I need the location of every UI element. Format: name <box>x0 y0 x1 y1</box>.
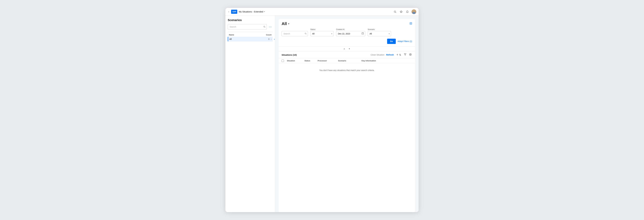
export-button[interactable] <box>410 22 412 26</box>
filter-row: Status: All Open Closed In Progress ▾ <box>282 29 412 44</box>
content-header-row: All ▾ <box>282 21 412 26</box>
header-left: ‹ SAP My Situations - Extended ▾ <box>228 10 392 14</box>
close-situation-button[interactable]: Close Situation <box>370 54 384 56</box>
sidebar-row-wrap: All 0 › › <box>228 37 273 42</box>
avatar[interactable] <box>412 9 416 14</box>
refresh-button[interactable]: Refresh <box>386 54 394 56</box>
filter-created-at-label: Created At: <box>336 29 365 31</box>
content-top: All ▾ <box>279 19 415 47</box>
bell-button[interactable] <box>406 10 409 14</box>
sidebar: Scenarios ⋯ Name Count All 0 <box>226 16 275 212</box>
settings-table-button[interactable] <box>409 53 412 57</box>
table-title: Situations (10) <box>282 54 369 56</box>
app-title[interactable]: My Situations - Extended ▾ <box>239 11 265 13</box>
sort-button[interactable]: ⇅ <box>396 53 402 57</box>
svg-line-7 <box>306 34 306 34</box>
filter-table-button[interactable] <box>404 53 407 57</box>
filter-search-icon <box>304 33 306 35</box>
sidebar-row-chevron-icon: › <box>271 38 272 40</box>
svg-rect-8 <box>362 33 364 35</box>
avatar-image <box>412 9 416 14</box>
filter-status-group: Status: All Open Closed In Progress ▾ <box>310 29 334 36</box>
sidebar-item-all[interactable]: All 0 › <box>228 37 273 42</box>
sidebar-search-input[interactable] <box>228 24 267 30</box>
content-title: All ▾ <box>282 21 289 26</box>
filter-actions: Go Adapt Filters (1) <box>387 39 412 44</box>
calendar-icon[interactable] <box>362 32 364 35</box>
col-processor: Processor <box>318 60 338 62</box>
pin-button[interactable]: ✦ <box>347 47 352 50</box>
sidebar-search-icon <box>263 26 265 28</box>
filter-search-input[interactable] <box>282 31 308 36</box>
sap-logo: SAP <box>231 10 237 14</box>
sidebar-more-button[interactable]: ⋯ <box>268 25 273 29</box>
bookmark-button[interactable] <box>399 10 403 14</box>
col-scenario: Scenario <box>338 60 362 62</box>
adapt-filters-button[interactable]: Adapt Filters (1) <box>398 40 412 43</box>
content-title-chevron-icon[interactable]: ▾ <box>288 22 289 25</box>
sidebar-search-row: ⋯ <box>228 24 273 30</box>
col-key-information: Key Information <box>362 60 412 62</box>
content-area: All ▾ <box>275 16 418 212</box>
filter-date-input[interactable] <box>336 31 365 36</box>
svg-line-3 <box>265 27 265 27</box>
search-header-button[interactable] <box>393 10 397 14</box>
filter-search-group <box>282 31 308 36</box>
empty-message: You don't have any situations that match… <box>319 69 374 72</box>
filter-scenario-select[interactable]: All Scenario A Scenario B <box>368 31 391 36</box>
sidebar-table-header: Name Count <box>228 33 273 37</box>
empty-state: You don't have any situations that match… <box>279 63 415 77</box>
sidebar-col-name: Name <box>229 34 234 36</box>
back-button[interactable]: ‹ <box>228 10 230 14</box>
sidebar-arrow-icon: › <box>274 38 275 41</box>
filter-scenario-select-wrap: All Scenario A Scenario B ▾ <box>368 31 391 36</box>
filter-scenario-group: Scenario: All Scenario A Scenario B ▾ <box>368 29 391 36</box>
sidebar-divider <box>228 32 273 32</box>
svg-line-1 <box>396 12 396 13</box>
header-right <box>393 9 416 14</box>
select-all-col <box>282 60 287 62</box>
app-title-chevron-icon: ▾ <box>264 11 265 13</box>
svg-point-14 <box>410 54 411 55</box>
filter-search-wrap <box>282 31 308 36</box>
sidebar-row-right: 0 › <box>268 38 272 40</box>
svg-point-0 <box>394 11 396 13</box>
avatar-body <box>412 12 415 14</box>
sidebar-item-name: All <box>229 38 232 40</box>
sidebar-col-count: Count <box>266 34 272 36</box>
sidebar-item-count: 0 <box>268 38 270 40</box>
filter-scenario-label: Scenario: <box>368 29 391 31</box>
filter-created-at-group: Created At: <box>336 29 365 36</box>
content-title-text: All <box>282 21 287 26</box>
sidebar-search-wrap <box>228 24 267 30</box>
svg-marker-13 <box>404 54 406 55</box>
table-header-bar: Situations (10) Close Situation Refresh … <box>279 51 415 59</box>
filter-status-label: Status: <box>310 29 334 31</box>
sidebar-title: Scenarios <box>228 19 273 22</box>
table-section: Situations (10) Close Situation Refresh … <box>279 51 415 212</box>
filter-status-select-wrap: All Open Closed In Progress ▾ <box>310 31 334 36</box>
svg-point-2 <box>264 26 265 27</box>
go-button[interactable]: Go <box>387 39 396 44</box>
col-status: Status <box>304 60 318 62</box>
sap-logo-box: SAP <box>231 10 237 14</box>
filter-date-wrap <box>336 31 365 36</box>
select-all-checkbox[interactable] <box>282 60 284 62</box>
main-layout: Scenarios ⋯ Name Count All 0 <box>226 16 418 212</box>
table-col-headers: Situation Status Processor Scenario Key … <box>279 59 415 63</box>
filter-status-select[interactable]: All Open Closed In Progress <box>310 31 334 36</box>
app-title-text: My Situations - Extended <box>239 11 263 13</box>
svg-point-6 <box>305 33 306 34</box>
collapse-button[interactable]: ∧ <box>342 47 346 50</box>
col-situation: Situation <box>287 60 304 62</box>
app-window: ‹ SAP My Situations - Extended ▾ <box>226 8 418 212</box>
header: ‹ SAP My Situations - Extended ▾ <box>226 8 418 16</box>
collapse-bar: ∧ ✦ <box>279 47 415 51</box>
